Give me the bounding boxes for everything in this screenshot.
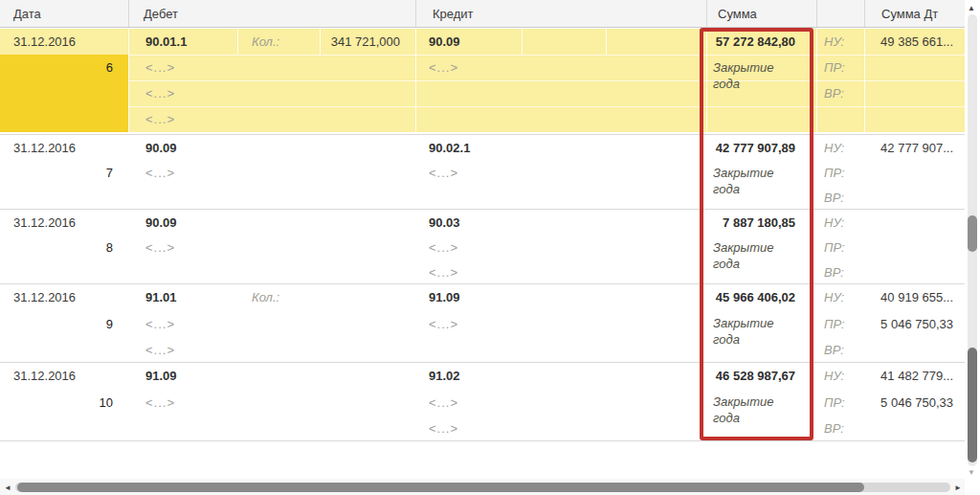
journal-row[interactable]: 31.12.20161091.09<...>91.02<...><...>46 … <box>0 362 965 440</box>
credit-placeholder-cell[interactable]: <...> <box>429 265 458 280</box>
credit-placeholder-cell[interactable]: <...> <box>429 395 458 410</box>
tax-label-vr: ВР: <box>824 343 844 357</box>
credit-account-cell[interactable]: 90.02.1 <box>429 141 470 155</box>
credit-account-cell[interactable]: 90.03 <box>429 215 460 230</box>
grid-line <box>128 80 965 81</box>
sum-dt-nu-cell[interactable]: 49 385 661... <box>823 34 953 49</box>
debit-placeholder-cell[interactable]: <...> <box>145 395 175 410</box>
journal-row[interactable]: 31.12.2016690.01.1Кол.:341 721,000<...><… <box>0 29 965 132</box>
debit-account-cell[interactable]: 90.01.1 <box>145 34 187 49</box>
column-header-credit: Кредит <box>433 7 474 21</box>
debit-placeholder-cell[interactable]: <...> <box>145 86 175 101</box>
date-cell[interactable]: 31.12.2016 <box>13 290 76 304</box>
tax-label-nu: НУ: <box>824 215 844 230</box>
tax-label-vr: ВР: <box>824 421 844 436</box>
vertical-scrollbar-thumb-upper[interactable] <box>968 215 977 252</box>
grid-line <box>522 29 523 55</box>
debit-account-cell[interactable]: 90.09 <box>145 141 177 155</box>
header-divider <box>415 0 416 27</box>
quantity-label: Кол.: <box>252 290 279 304</box>
row-number-cell[interactable]: 6 <box>0 60 113 75</box>
sum-dt-nu-cell[interactable]: 41 482 779... <box>823 369 953 383</box>
column-header-sum-dt: Сумма Дт <box>881 7 938 21</box>
quantity-value-cell[interactable]: 341 721,000 <box>237 34 400 49</box>
header-divider <box>128 0 129 27</box>
debit-placeholder-cell[interactable]: <...> <box>145 166 175 180</box>
debit-placeholder-cell[interactable]: <...> <box>145 317 175 331</box>
tax-label-pr: ПР: <box>824 166 845 180</box>
tax-label-pr: ПР: <box>824 240 845 255</box>
row-number-cell[interactable]: 10 <box>0 395 113 410</box>
credit-placeholder-cell[interactable]: <...> <box>429 166 458 180</box>
horizontal-scrollbar-thumb[interactable] <box>17 483 864 492</box>
sum-dt-pr-cell[interactable]: 5 046 750,33 <box>823 395 953 410</box>
sum-dt-nu-cell[interactable]: 42 777 907... <box>823 141 953 155</box>
debit-placeholder-cell[interactable]: <...> <box>145 60 175 75</box>
tax-label-vr: ВР: <box>824 265 844 280</box>
row-number-cell[interactable]: 7 <box>0 166 113 180</box>
tax-label-vr: ВР: <box>824 191 844 205</box>
debit-placeholder-cell[interactable]: <...> <box>145 240 175 255</box>
table-header: Дата Дебет Кредит Сумма Сумма Дт <box>0 0 965 28</box>
header-divider <box>816 0 817 27</box>
date-cell[interactable]: 31.12.2016 <box>13 34 76 49</box>
credit-placeholder-cell[interactable]: <...> <box>429 317 458 331</box>
credit-account-cell[interactable]: 91.09 <box>429 290 460 304</box>
credit-account-cell[interactable]: 91.02 <box>429 369 460 383</box>
debit-account-cell[interactable]: 90.09 <box>145 215 177 230</box>
grid-line <box>128 106 965 107</box>
debit-account-cell[interactable]: 91.01 <box>145 290 177 304</box>
date-cell[interactable]: 31.12.2016 <box>13 141 76 155</box>
column-header-sum: Сумма <box>718 7 757 21</box>
date-cell[interactable]: 31.12.2016 <box>13 215 76 230</box>
credit-account-cell[interactable]: 90.09 <box>429 34 460 49</box>
journal-row[interactable]: 31.12.2016991.01Кол.:<...><...>91.09<...… <box>0 283 965 362</box>
scroll-right-icon[interactable]: ► <box>954 484 962 493</box>
scroll-up-icon[interactable]: ▲ <box>968 4 975 13</box>
annotation-red-box <box>700 28 813 440</box>
column-header-debit: Дебет <box>144 7 178 21</box>
debit-placeholder-cell[interactable]: <...> <box>145 112 175 126</box>
scroll-left-icon[interactable]: ◄ <box>4 484 11 493</box>
column-header-date: Дата <box>13 7 41 21</box>
credit-placeholder-cell[interactable]: <...> <box>429 421 458 436</box>
journal-row[interactable]: 31.12.2016790.09<...>90.02.1<...>42 777 … <box>0 134 965 209</box>
row-number-cell[interactable]: 9 <box>0 317 113 331</box>
scroll-down-icon[interactable]: ▼ <box>968 468 975 478</box>
tax-label-vr: ВР: <box>824 86 844 101</box>
vertical-scrollbar-thumb[interactable] <box>968 348 977 462</box>
sum-dt-nu-cell[interactable]: 40 919 655... <box>823 290 953 304</box>
table-bottom-line <box>0 440 965 441</box>
grid-line <box>128 55 965 56</box>
journal-row[interactable]: 31.12.2016890.09<...>90.03<...><...>7 88… <box>0 209 965 283</box>
credit-placeholder-cell[interactable]: <...> <box>429 240 458 255</box>
header-divider <box>706 0 707 27</box>
tax-label-pr: ПР: <box>824 60 845 75</box>
credit-placeholder-cell[interactable]: <...> <box>429 60 458 75</box>
debit-placeholder-cell[interactable]: <...> <box>145 343 175 357</box>
journal-table: Дата Дебет Кредит Сумма Сумма Дт 31.12.2… <box>0 0 980 495</box>
sum-dt-pr-cell[interactable]: 5 046 750,33 <box>823 317 953 331</box>
header-divider <box>864 0 865 27</box>
row-number-cell[interactable]: 8 <box>0 240 113 255</box>
date-cell[interactable]: 31.12.2016 <box>13 369 76 383</box>
debit-account-cell[interactable]: 91.09 <box>145 369 177 383</box>
grid-line <box>606 29 607 55</box>
